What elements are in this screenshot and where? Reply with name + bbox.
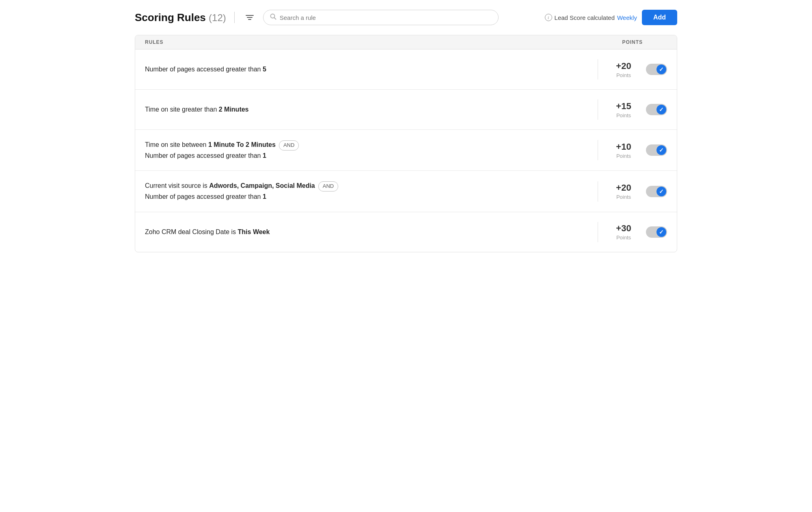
rule-right: +15Points✓	[586, 99, 667, 120]
filter-button[interactable]	[243, 12, 257, 23]
search-input[interactable]	[280, 14, 492, 21]
toggle-knob: ✓	[657, 187, 666, 196]
lead-score-info: i Lead Score calculated Weekly	[545, 14, 637, 21]
rule-text-part: Time on site greater than	[145, 106, 219, 113]
toggle-track: ✓	[646, 226, 667, 238]
toggle-switch[interactable]: ✓	[646, 144, 667, 156]
toggle-knob: ✓	[657, 227, 666, 237]
rule-text-part: Number of pages accessed greater than	[145, 152, 263, 159]
points-value: +10	[609, 142, 638, 152]
rule-text-part: Current visit source is	[145, 182, 209, 189]
rule-content: Time on site greater than 2 Minutes	[145, 104, 586, 115]
points-value: +20	[609, 61, 638, 71]
toggle-track: ✓	[646, 104, 667, 115]
rule-text-part: Number of pages accessed greater than	[145, 66, 263, 73]
table-row: Time on site between 1 Minute To 2 Minut…	[135, 130, 677, 171]
lead-score-label: Lead Score calculated	[555, 14, 615, 21]
rules-count: (12)	[209, 12, 226, 23]
points-value: +20	[609, 183, 638, 193]
rule-right: +20Points✓	[586, 181, 667, 202]
rule-bold-part: This Week	[238, 228, 270, 235]
rule-bold-part: 1	[263, 193, 266, 200]
rule-text-part: Zoho CRM deal Closing Date is	[145, 228, 238, 235]
toggle-switch[interactable]: ✓	[646, 186, 667, 197]
points-display: +15Points	[609, 101, 638, 118]
rule-content: Number of pages accessed greater than 5	[145, 64, 586, 75]
page-container: Scoring Rules (12)	[122, 0, 690, 262]
points-display: +20Points	[609, 183, 638, 200]
rule-separator	[598, 99, 598, 120]
points-label: Points	[609, 234, 638, 241]
table-row: Number of pages accessed greater than 5+…	[135, 49, 677, 90]
rules-table: RULES POINTS Number of pages accessed gr…	[135, 35, 677, 252]
rule-bold-part: 1	[263, 152, 266, 159]
header-right: i Lead Score calculated Weekly Add	[545, 10, 677, 25]
toggle-knob: ✓	[657, 65, 666, 74]
toggle-check-icon: ✓	[659, 188, 664, 195]
rule-right: +20Points✓	[586, 59, 667, 80]
title-text: Scoring Rules	[135, 11, 206, 24]
toggle-check-icon: ✓	[659, 229, 664, 235]
rule-bold-part: 2 Minutes	[219, 106, 249, 113]
toggle-check-icon: ✓	[659, 106, 664, 113]
filter-icon	[245, 14, 254, 21]
rule-right: +30Points✓	[586, 222, 667, 242]
points-display: +10Points	[609, 142, 638, 159]
info-icon: i	[545, 14, 552, 21]
points-display: +20Points	[609, 61, 638, 78]
table-row: Time on site greater than 2 Minutes+15Po…	[135, 90, 677, 130]
rule-content: Current visit source is Adwords, Campaig…	[145, 181, 586, 202]
rule-separator	[598, 59, 598, 80]
header-divider	[234, 12, 235, 23]
search-container	[263, 10, 499, 25]
toggle-track: ✓	[646, 64, 667, 75]
toggle-knob: ✓	[657, 105, 666, 114]
toggle-check-icon: ✓	[659, 147, 664, 153]
toggle-track: ✓	[646, 186, 667, 197]
rule-separator	[598, 140, 598, 160]
rule-separator	[598, 222, 598, 242]
table-header: RULES POINTS	[135, 35, 677, 49]
toggle-track: ✓	[646, 144, 667, 156]
toggle-check-icon: ✓	[659, 66, 664, 73]
header: Scoring Rules (12)	[135, 10, 677, 25]
rules-body: Number of pages accessed greater than 5+…	[135, 49, 677, 252]
and-badge: AND	[279, 140, 299, 151]
and-badge: AND	[318, 181, 338, 191]
points-label: Points	[609, 153, 638, 159]
rule-text-part: Number of pages accessed greater than	[145, 193, 263, 200]
points-label: Points	[609, 72, 638, 78]
toggle-knob: ✓	[657, 145, 666, 155]
points-value: +15	[609, 101, 638, 112]
rule-content: Time on site between 1 Minute To 2 Minut…	[145, 140, 586, 161]
rule-text-part: Time on site between	[145, 141, 208, 148]
table-row: Zoho CRM deal Closing Date is This Week+…	[135, 212, 677, 252]
col-points-header: POINTS	[586, 39, 667, 45]
points-label: Points	[609, 194, 638, 200]
search-icon	[270, 13, 276, 22]
search-input-wrapper	[263, 10, 499, 25]
page-title: Scoring Rules (12)	[135, 11, 226, 24]
rule-bold-part: 1 Minute To 2 Minutes	[208, 141, 276, 148]
svg-line-4	[274, 18, 276, 19]
table-row: Current visit source is Adwords, Campaig…	[135, 171, 677, 212]
rule-bold-part: Adwords, Campaign, Social Media	[209, 182, 315, 189]
points-label: Points	[609, 112, 638, 118]
col-rules-header: RULES	[145, 39, 586, 45]
rule-separator	[598, 181, 598, 202]
points-display: +30Points	[609, 223, 638, 241]
toggle-switch[interactable]: ✓	[646, 64, 667, 75]
toggle-switch[interactable]: ✓	[646, 104, 667, 115]
rule-content: Zoho CRM deal Closing Date is This Week	[145, 227, 586, 237]
add-button[interactable]: Add	[642, 10, 677, 25]
points-value: +30	[609, 223, 638, 234]
lead-score-frequency-link[interactable]: Weekly	[617, 14, 637, 21]
rule-bold-part: 5	[263, 66, 266, 73]
rule-right: +10Points✓	[586, 140, 667, 160]
toggle-switch[interactable]: ✓	[646, 226, 667, 238]
